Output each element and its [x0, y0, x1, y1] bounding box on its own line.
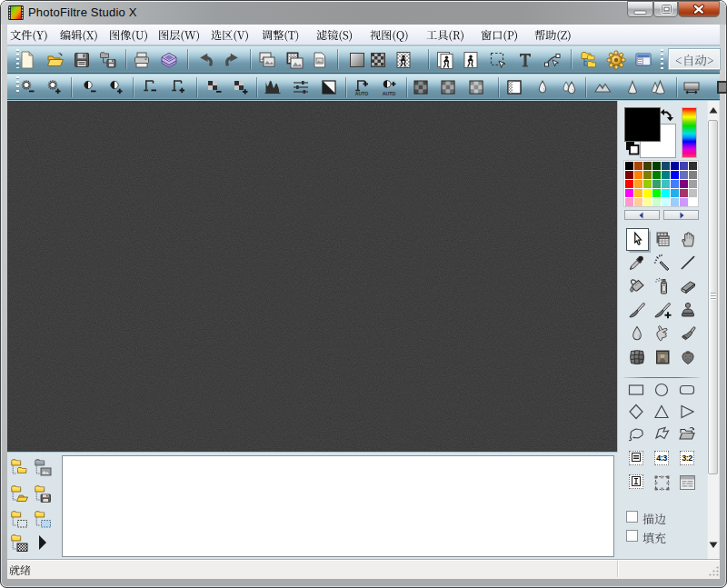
svg-text:AUTO: AUTO	[383, 91, 396, 96]
svg-text:AUTO: AUTO	[355, 91, 369, 96]
